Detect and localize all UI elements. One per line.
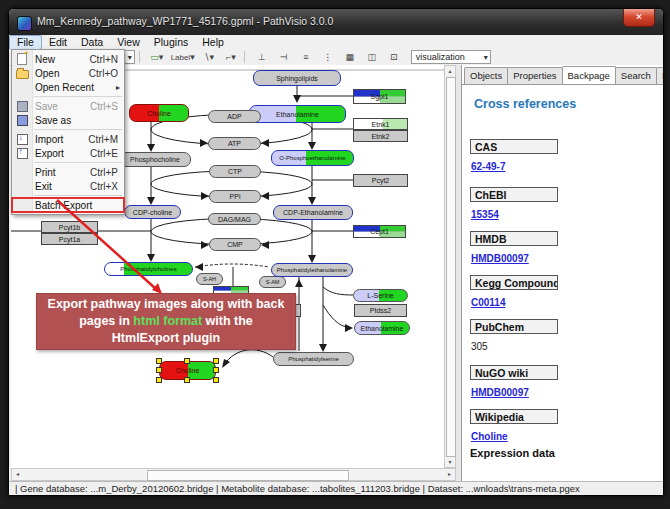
visualization-combobox[interactable]: visualization ▾ [411, 50, 491, 64]
pathvisio-window: Mm_Kennedy_pathway_WP1771_45176.gpml - P… [8, 8, 664, 496]
node-ethanolamine[interactable]: Ethanolamine [249, 105, 346, 123]
chevron-down-icon: ▾ [231, 52, 236, 62]
node-phosphatidylethanolamine[interactable]: Phosphatidylethanolamine [271, 263, 353, 277]
align-middle-button[interactable]: ⊣ [275, 50, 293, 65]
toolbar-separator [139, 51, 140, 63]
tab-search[interactable]: Search [615, 67, 657, 84]
file-menu-save[interactable]: Save Ctrl+S [12, 99, 124, 113]
gene-node-ptdss2[interactable]: Ptdss2 [354, 304, 407, 317]
node-o-phosphoethanolamine[interactable]: O-Phosphoethanolamine [271, 150, 354, 166]
xref-section-cas: CAS [470, 139, 558, 154]
tab-backpage[interactable]: Backpage [562, 66, 616, 83]
line-tool-button[interactable]: ∖ ▾ [200, 50, 218, 65]
node-cdp-choline[interactable]: CDP-choline [124, 205, 181, 219]
close-icon[interactable]: ✕ [623, 9, 655, 27]
scroll-down-icon[interactable]: ▾ [445, 457, 455, 467]
node-phosphatidylserine[interactable]: Phosphatidylserine [273, 352, 354, 366]
menu-data[interactable]: Data [74, 36, 110, 49]
selection-handle[interactable] [184, 358, 190, 364]
file-menu-print[interactable]: Print Ctrl+P [12, 165, 124, 179]
node-l-serine[interactable]: L-Serine [353, 289, 408, 302]
distribute-icon: ▦ [346, 52, 355, 62]
xref-value-pubchem: 305 [471, 341, 488, 352]
node-phosphocholine[interactable]: Phosphocholine [119, 152, 191, 167]
file-menu-import[interactable]: Import Ctrl+M [12, 132, 124, 146]
node-adp[interactable]: ADP [208, 110, 261, 123]
chevron-down-icon: ▾ [190, 52, 195, 62]
gene-node-pcyt2[interactable]: Pcyt2 [353, 174, 408, 187]
gene-node-pcyt1b[interactable]: Pcyt1b [41, 221, 98, 233]
node-sphingolipids[interactable]: Sphingolipids [253, 70, 341, 86]
xref-link-nugo[interactable]: HMDB00097 [471, 387, 529, 398]
label-tool-button[interactable]: Label ▾ [170, 50, 196, 65]
tab-legend[interactable]: Legend [656, 67, 664, 84]
xref-link-chebi[interactable]: 15354 [471, 209, 499, 220]
xref-section-pubchem: PubChem [470, 319, 558, 334]
tab-objects[interactable]: Objects [464, 67, 508, 84]
node-ctp[interactable]: CTP [209, 165, 261, 178]
file-menu-export[interactable]: Export Ctrl+E [12, 146, 124, 160]
gene-node-cept1[interactable]: Cept1 [353, 225, 406, 238]
node-s-am[interactable]: S-AM [259, 276, 286, 288]
scroll-right-icon[interactable]: ▸ [444, 469, 455, 480]
node-cmp[interactable]: CMP [209, 238, 261, 251]
horizontal-scrollbar[interactable]: ◂ ▸ [11, 468, 456, 481]
menu-view[interactable]: View [110, 36, 147, 49]
node-dag-mag[interactable]: DAG/MAG [208, 213, 261, 225]
xref-link-cas[interactable]: 62-49-7 [471, 161, 505, 172]
node-ppi[interactable]: PPi [209, 190, 261, 203]
gene-node-pcyt1a[interactable]: Pcyt1a [41, 233, 98, 245]
node-s-ah[interactable]: S-AH [196, 273, 223, 285]
selection-handle[interactable] [156, 358, 162, 364]
file-menu-open[interactable]: Open Ctrl+O [12, 66, 124, 80]
menu-bar: File Edit Data View Plugins Help [9, 35, 663, 50]
selection-handle[interactable] [184, 377, 190, 383]
horizontal-scrollbar-thumb[interactable] [147, 470, 349, 481]
file-menu-exit[interactable]: Exit Ctrl+X [12, 179, 124, 193]
submenu-arrow-icon: ▸ [116, 83, 124, 92]
file-menu-open-recent[interactable]: Open Recent ▸ [12, 80, 124, 94]
gene-node-etnk1[interactable]: Etnk1 [353, 118, 408, 130]
xref-link-wikipedia[interactable]: Choline [471, 431, 508, 442]
connector-tool-button[interactable]: ⌐ ▾ [222, 50, 240, 65]
xref-link-hmdb[interactable]: HMDB00097 [471, 253, 529, 264]
node-cdp-ethanolamine[interactable]: CDP-Ethanolamine [273, 205, 353, 220]
vertical-scrollbar[interactable]: ▴ ▾ [444, 65, 456, 468]
node-choline[interactable]: Choline [129, 104, 189, 122]
menu-file[interactable]: File [9, 35, 42, 50]
file-menu-batch-export[interactable]: Batch Export [12, 198, 124, 212]
node-phosphatidylcholines[interactable]: Phosphatidylcholines [104, 262, 193, 276]
menu-separator [34, 96, 122, 97]
menu-edit[interactable]: Edit [42, 36, 74, 49]
gene-node-etnk2[interactable]: Etnk2 [353, 130, 408, 142]
stack-vertical-button[interactable]: ≡ [297, 50, 315, 65]
scroll-left-icon[interactable]: ◂ [12, 469, 23, 480]
common-size-button[interactable]: ◫ [363, 50, 381, 65]
vertical-scrollbar-thumb[interactable] [446, 77, 456, 457]
align-middle-icon: ⊣ [280, 52, 288, 62]
xref-link-kegg[interactable]: C00114 [471, 297, 505, 308]
selection-handle[interactable] [213, 358, 219, 364]
node-atp[interactable]: ATP [208, 137, 261, 150]
menu-help[interactable]: Help [195, 36, 231, 49]
gene-node-sgpl1[interactable]: Sgpl1 [353, 89, 406, 104]
chevron-down-icon: ▾ [480, 53, 488, 62]
menu-plugins[interactable]: Plugins [147, 36, 195, 49]
open-folder-icon [12, 67, 32, 79]
file-menu-new[interactable]: New Ctrl+N [12, 52, 124, 66]
scroll-up-icon[interactable]: ▴ [445, 66, 455, 76]
copy-button[interactable]: ⊡ [385, 50, 403, 65]
selection-handle[interactable] [156, 377, 162, 383]
tab-properties[interactable]: Properties [507, 67, 562, 84]
selection-handle[interactable] [156, 367, 162, 373]
selection-handle[interactable] [213, 377, 219, 383]
stack-horizontal-button[interactable]: ⋮ [319, 50, 337, 65]
distribute-button[interactable]: ▦ [341, 50, 359, 65]
side-panel: Objects Properties Backpage Search Legen… [461, 65, 663, 481]
datanode-tool-button[interactable]: ▭ ▾ [148, 50, 166, 65]
callout-line-3: HtmlExport plugin [112, 330, 220, 347]
selection-handle[interactable] [213, 367, 219, 373]
file-menu-save-as[interactable]: Save as [12, 113, 124, 127]
align-center-button[interactable]: ⊥ [253, 50, 271, 65]
node-ethanolamine-2[interactable]: Ethanolamine [354, 321, 410, 335]
